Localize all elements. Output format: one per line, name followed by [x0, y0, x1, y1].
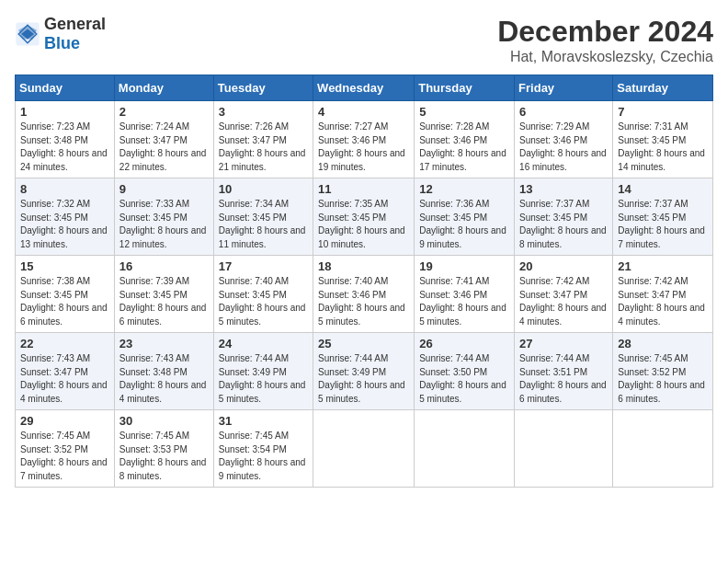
calendar-row: 15Sunrise: 7:38 AMSunset: 3:45 PMDayligh…: [16, 256, 713, 333]
table-row: 12Sunrise: 7:36 AMSunset: 3:45 PMDayligh…: [415, 178, 515, 256]
calendar-row: 29Sunrise: 7:45 AMSunset: 3:52 PMDayligh…: [16, 410, 713, 488]
table-row: 30Sunrise: 7:45 AMSunset: 3:53 PMDayligh…: [114, 410, 213, 488]
table-row: 7Sunrise: 7:31 AMSunset: 3:45 PMDaylight…: [613, 101, 713, 178]
col-sunday: Sunday: [16, 75, 115, 101]
table-row: [415, 410, 515, 488]
logo-icon: [15, 21, 40, 47]
col-thursday: Thursday: [415, 75, 515, 101]
table-row: 19Sunrise: 7:41 AMSunset: 3:46 PMDayligh…: [415, 256, 515, 333]
col-saturday: Saturday: [613, 75, 713, 101]
table-row: 17Sunrise: 7:40 AMSunset: 3:45 PMDayligh…: [213, 256, 313, 333]
calendar-row: 22Sunrise: 7:43 AMSunset: 3:47 PMDayligh…: [16, 333, 713, 410]
table-row: 29Sunrise: 7:45 AMSunset: 3:52 PMDayligh…: [16, 410, 115, 488]
table-row: 5Sunrise: 7:28 AMSunset: 3:46 PMDaylight…: [415, 101, 515, 178]
table-row: 23Sunrise: 7:43 AMSunset: 3:48 PMDayligh…: [114, 333, 213, 410]
table-row: 28Sunrise: 7:45 AMSunset: 3:52 PMDayligh…: [613, 333, 713, 410]
table-row: 20Sunrise: 7:42 AMSunset: 3:47 PMDayligh…: [515, 256, 613, 333]
calendar-title: December 2024: [497, 15, 713, 49]
table-row: 8Sunrise: 7:32 AMSunset: 3:45 PMDaylight…: [16, 178, 115, 256]
header: General Blue December 2024 Hat, Moravsko…: [15, 15, 713, 65]
logo-text: General Blue: [44, 15, 106, 53]
col-friday: Friday: [515, 75, 613, 101]
logo: General Blue: [15, 15, 106, 53]
table-row: 9Sunrise: 7:33 AMSunset: 3:45 PMDaylight…: [114, 178, 213, 256]
table-row: 11Sunrise: 7:35 AMSunset: 3:45 PMDayligh…: [313, 178, 415, 256]
table-row: 16Sunrise: 7:39 AMSunset: 3:45 PMDayligh…: [114, 256, 213, 333]
table-row: 22Sunrise: 7:43 AMSunset: 3:47 PMDayligh…: [16, 333, 115, 410]
table-row: 3Sunrise: 7:26 AMSunset: 3:47 PMDaylight…: [213, 101, 313, 178]
table-row: 13Sunrise: 7:37 AMSunset: 3:45 PMDayligh…: [515, 178, 613, 256]
table-row: [313, 410, 415, 488]
calendar-row: 1Sunrise: 7:23 AMSunset: 3:48 PMDaylight…: [16, 101, 713, 178]
table-row: 24Sunrise: 7:44 AMSunset: 3:49 PMDayligh…: [213, 333, 313, 410]
table-row: 25Sunrise: 7:44 AMSunset: 3:49 PMDayligh…: [313, 333, 415, 410]
table-row: 6Sunrise: 7:29 AMSunset: 3:46 PMDaylight…: [515, 101, 613, 178]
calendar-subtitle: Hat, Moravskoslezsky, Czechia: [497, 49, 713, 65]
col-wednesday: Wednesday: [313, 75, 415, 101]
table-row: 31Sunrise: 7:45 AMSunset: 3:54 PMDayligh…: [213, 410, 313, 488]
table-row: 2Sunrise: 7:24 AMSunset: 3:47 PMDaylight…: [114, 101, 213, 178]
table-row: 15Sunrise: 7:38 AMSunset: 3:45 PMDayligh…: [16, 256, 115, 333]
table-row: 18Sunrise: 7:40 AMSunset: 3:46 PMDayligh…: [313, 256, 415, 333]
table-row: 4Sunrise: 7:27 AMSunset: 3:46 PMDaylight…: [313, 101, 415, 178]
table-row: 27Sunrise: 7:44 AMSunset: 3:51 PMDayligh…: [515, 333, 613, 410]
title-area: December 2024 Hat, Moravskoslezsky, Czec…: [497, 15, 713, 65]
col-monday: Monday: [114, 75, 213, 101]
table-row: 14Sunrise: 7:37 AMSunset: 3:45 PMDayligh…: [613, 178, 713, 256]
table-row: 1Sunrise: 7:23 AMSunset: 3:48 PMDaylight…: [16, 101, 115, 178]
header-row: Sunday Monday Tuesday Wednesday Thursday…: [16, 75, 713, 101]
table-row: 10Sunrise: 7:34 AMSunset: 3:45 PMDayligh…: [213, 178, 313, 256]
table-row: [613, 410, 713, 488]
calendar-row: 8Sunrise: 7:32 AMSunset: 3:45 PMDaylight…: [16, 178, 713, 256]
table-row: 21Sunrise: 7:42 AMSunset: 3:47 PMDayligh…: [613, 256, 713, 333]
calendar-table: Sunday Monday Tuesday Wednesday Thursday…: [15, 75, 713, 488]
table-row: [515, 410, 613, 488]
col-tuesday: Tuesday: [213, 75, 313, 101]
table-row: 26Sunrise: 7:44 AMSunset: 3:50 PMDayligh…: [415, 333, 515, 410]
